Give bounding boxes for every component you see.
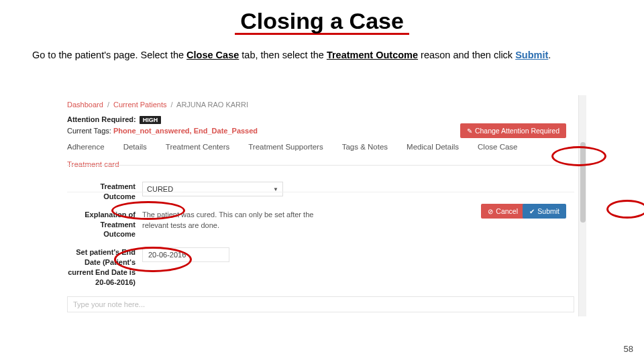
check-icon: ✔ [529, 208, 535, 215]
crumb-current-patients[interactable]: Current Patients [113, 101, 166, 109]
crumb-sep: / [169, 101, 175, 109]
tab-close-case[interactable]: Close Case [478, 143, 517, 151]
note-placeholder: Type your note here... [73, 300, 145, 308]
tab-treatment-supporters[interactable]: Treatment Supporters [248, 143, 323, 151]
crumb-dashboard[interactable]: Dashboard [67, 101, 103, 109]
instr-p3: reason and then click [418, 50, 515, 60]
attention-label: Attention Required: [67, 115, 136, 123]
tab-tags-notes[interactable]: Tags & Notes [342, 143, 388, 151]
current-tags-value: Phone_not_answered, End_Date_Passed [113, 127, 258, 135]
tab-details[interactable]: Details [123, 143, 147, 151]
tab-treatment-centers[interactable]: Treatment Centers [166, 143, 229, 151]
instr-p1: Go to the patient's page. Select the [32, 50, 186, 60]
tab-bar: Adherence Details Treatment Centers Trea… [56, 135, 566, 151]
vertical-scrollbar[interactable] [578, 95, 586, 316]
annotation-circle-submit [606, 200, 644, 219]
subtab-divider [67, 192, 574, 192]
end-date-value: 20-06-2016 [148, 251, 186, 259]
cancel-icon: ⊘ [488, 208, 493, 215]
tab-medical-details[interactable]: Medical Details [407, 143, 459, 151]
attention-badge: HIGH [140, 116, 162, 124]
instruction-text: Go to the patient's page. Select the Clo… [0, 35, 644, 60]
tab-divider [67, 165, 574, 166]
note-input[interactable]: Type your note here... [67, 296, 574, 312]
instr-treatment-outcome: Treatment Outcome [327, 50, 418, 60]
crumb-sep: / [105, 101, 111, 109]
subtab-treatment-card[interactable]: Treatment card [56, 151, 586, 168]
explanation-label: Explanation of Treatment Outcome [67, 210, 142, 240]
instr-p2: tab, then select the [239, 50, 327, 60]
attention-line: Attention Required: HIGH [56, 109, 586, 124]
slide-title: Closing a Case [0, 0, 644, 34]
submit-button[interactable]: ✔Submit [523, 204, 566, 219]
page-number: 58 [624, 344, 633, 354]
change-attention-label: Change Attention Required [475, 127, 559, 135]
current-tags-label: Current Tags: [67, 127, 113, 135]
end-date-input[interactable]: 20-06-2016 [142, 247, 229, 262]
cancel-label: Cancel [496, 207, 518, 215]
instr-close-case: Close Case [186, 50, 239, 60]
instr-submit: Submit [515, 50, 548, 60]
crumb-patient-name: ARJUNA RAO KARRI [176, 101, 248, 109]
app-screenshot: Dashboard / Current Patients / ARJUNA RA… [56, 95, 586, 316]
pencil-icon: ✎ [467, 127, 472, 135]
breadcrumb: Dashboard / Current Patients / ARJUNA RA… [56, 95, 586, 109]
instr-p4: . [548, 50, 551, 60]
submit-label: Submit [537, 207, 559, 215]
explanation-text: The patient was cured. This can only be … [142, 210, 317, 231]
treatment-outcome-select[interactable]: CURED ▼ [142, 182, 283, 196]
scroll-thumb[interactable] [580, 142, 586, 223]
end-date-label: Set patient's End Date (Patient's curren… [67, 247, 142, 287]
cancel-button[interactable]: ⊘Cancel [481, 204, 525, 219]
tab-adherence[interactable]: Adherence [67, 143, 105, 151]
